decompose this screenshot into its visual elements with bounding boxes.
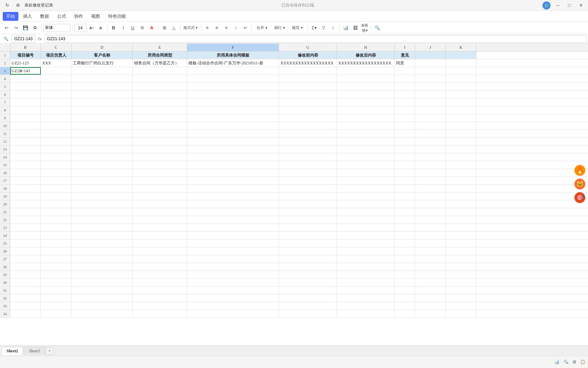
cell-empty[interactable] [337, 75, 395, 82]
cell-empty[interactable] [41, 302, 71, 310]
cell-empty[interactable] [337, 302, 395, 310]
cell-empty[interactable] [415, 208, 446, 216]
cell-empty[interactable] [337, 130, 395, 137]
cell-empty[interactable] [279, 247, 337, 255]
window-close[interactable]: ✕ [576, 1, 585, 10]
cell-empty[interactable] [337, 161, 395, 169]
cell-empty[interactable] [41, 91, 71, 98]
col-header-e[interactable]: E [133, 44, 187, 51]
cell-empty[interactable] [187, 232, 279, 239]
cell-empty[interactable] [337, 310, 395, 318]
cell-empty[interactable] [71, 130, 133, 137]
cell-empty[interactable] [395, 83, 415, 90]
cell-empty[interactable] [415, 153, 446, 161]
cell-empty[interactable] [279, 83, 337, 90]
cell-empty[interactable] [41, 255, 71, 263]
cell-empty[interactable] [337, 169, 395, 177]
image-button[interactable]: 🖼 [351, 24, 360, 32]
cell-empty[interactable] [71, 216, 133, 224]
cell-empty[interactable] [337, 255, 395, 263]
cell-c2[interactable]: XXX [41, 59, 71, 67]
cell-empty[interactable] [187, 279, 279, 286]
cell-empty[interactable] [337, 216, 395, 224]
cell-empty[interactable] [446, 263, 476, 271]
cell-empty[interactable] [41, 177, 71, 184]
valign-button[interactable]: ↕ [231, 24, 240, 32]
cell-empty[interactable] [41, 106, 71, 114]
cell-empty[interactable] [415, 75, 446, 82]
cell-empty[interactable] [337, 122, 395, 129]
cell-empty[interactable] [41, 169, 71, 177]
cell-empty[interactable] [71, 232, 133, 239]
cell-empty[interactable] [41, 279, 71, 286]
cell-empty[interactable] [41, 145, 71, 153]
cell-empty[interactable] [133, 83, 187, 90]
cell-empty[interactable] [41, 130, 71, 137]
cell-empty[interactable] [446, 161, 476, 169]
cell-empty[interactable] [41, 287, 71, 294]
cell-empty[interactable] [71, 185, 133, 192]
cell-empty[interactable] [187, 294, 279, 302]
cell-empty[interactable] [415, 145, 446, 153]
cell-empty[interactable] [187, 122, 279, 129]
cell-empty[interactable] [395, 75, 415, 82]
cell-empty[interactable] [187, 263, 279, 271]
cell-empty[interactable] [187, 302, 279, 310]
cell-empty[interactable] [446, 91, 476, 98]
cell-empty[interactable] [41, 208, 71, 216]
header-cell-project-id[interactable]: 项目编号 [10, 51, 41, 59]
cell-empty[interactable] [415, 106, 446, 114]
cell-i2[interactable]: 同意 [395, 59, 415, 67]
cell-empty[interactable] [279, 271, 337, 278]
cell-empty[interactable] [415, 114, 446, 122]
cell-empty[interactable] [415, 130, 446, 137]
cell-empty[interactable] [10, 130, 41, 137]
cell-empty[interactable] [415, 310, 446, 318]
menu-item-insert[interactable]: 插入 [20, 12, 35, 21]
cell-j2[interactable] [415, 59, 446, 67]
cell-empty[interactable] [71, 122, 133, 129]
cell-empty[interactable] [41, 114, 71, 122]
cell-empty[interactable] [337, 153, 395, 161]
header-cell-contract-template[interactable]: 所用具体合同模板 [187, 51, 279, 59]
cell-empty[interactable] [415, 232, 446, 239]
cell-empty[interactable] [10, 310, 41, 318]
cell-empty[interactable] [41, 98, 71, 106]
cell-empty[interactable] [71, 193, 133, 200]
cell-empty[interactable] [395, 130, 415, 137]
cell-empty[interactable] [337, 177, 395, 184]
cell-empty[interactable] [187, 271, 279, 278]
menu-item-data[interactable]: 数据 [37, 12, 52, 21]
border-button[interactable]: ⊞ [160, 24, 169, 32]
cell-reference-input[interactable] [12, 35, 35, 43]
cell-empty[interactable] [415, 185, 446, 192]
cell-empty[interactable] [337, 145, 395, 153]
cell-empty[interactable] [133, 169, 187, 177]
menu-item-start[interactable]: 开始 [3, 12, 18, 21]
cell-empty[interactable] [71, 98, 133, 106]
cell-empty[interactable] [415, 177, 446, 184]
cell-empty[interactable] [337, 240, 395, 247]
formula-icon[interactable]: fx [37, 36, 43, 42]
cell-empty[interactable] [133, 271, 187, 278]
col-header-k[interactable]: K [446, 44, 476, 51]
cell-empty[interactable] [133, 279, 187, 286]
chart-button[interactable]: 📊 [341, 24, 350, 32]
shape-button[interactable]: △ [169, 24, 178, 32]
cell-empty[interactable] [279, 91, 337, 98]
cell-empty[interactable] [415, 83, 446, 90]
cell-empty[interactable] [395, 240, 415, 247]
cell-empty[interactable] [395, 255, 415, 263]
filter-button[interactable]: ▽ [319, 24, 328, 32]
cell-empty[interactable] [337, 294, 395, 302]
recover-button[interactable]: ♻ [31, 24, 39, 32]
cell-empty[interactable] [446, 114, 476, 122]
cell-empty[interactable] [187, 161, 279, 169]
cell-empty[interactable] [187, 193, 279, 200]
cell-empty[interactable] [133, 114, 187, 122]
cell-empty[interactable] [279, 294, 337, 302]
cell-empty[interactable] [187, 185, 279, 192]
col-header-d[interactable]: D [71, 44, 133, 51]
cell-empty[interactable] [279, 193, 337, 200]
cell-empty[interactable] [10, 208, 41, 216]
